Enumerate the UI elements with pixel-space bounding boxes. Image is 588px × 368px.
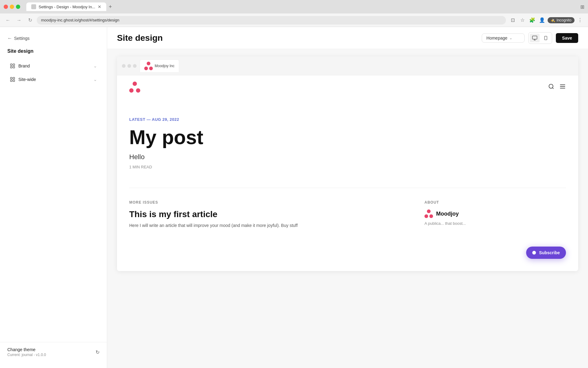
preview-divider: [129, 188, 566, 188]
view-selector-label: Homepage: [486, 36, 507, 40]
svg-rect-5: [13, 77, 15, 79]
svg-rect-4: [10, 77, 12, 79]
tab-title: Settings - Design - Moodjoy In...: [39, 5, 95, 9]
maximize-traffic-light[interactable]: [16, 5, 20, 9]
change-theme[interactable]: Change theme Current: journal - v1.0.0 ↻: [7, 347, 100, 357]
about-logo: Moodjoy: [424, 209, 459, 218]
about-label: ABOUT: [424, 200, 439, 205]
article-title: This is my first article: [129, 209, 412, 219]
preview-nav-right: [548, 83, 566, 91]
more-issues-section: MORE ISSUES This is my first article Her…: [129, 200, 412, 229]
profile-icon[interactable]: 👤: [538, 16, 546, 25]
svg-rect-0: [10, 64, 12, 65]
dropdown-arrow-icon: ⌄: [509, 36, 512, 40]
sidebar-item-site-wide-left: Site-wide: [10, 77, 36, 82]
main-header: Site design Homepage ⌄: [107, 27, 588, 49]
preview-footer-section: MORE ISSUES This is my first article Her…: [117, 194, 578, 235]
page-title: Site design: [117, 33, 163, 43]
sidebar-nav: Brand ⌄ Site-wide ⌄: [0, 59, 107, 86]
mobile-view-button[interactable]: [541, 34, 551, 42]
svg-rect-2: [10, 67, 12, 68]
back-button[interactable]: ←: [4, 16, 12, 25]
post-subtitle: Hello: [129, 153, 566, 161]
back-label: Settings: [14, 36, 30, 41]
incognito-badge: 🕵 Incognito: [548, 17, 575, 23]
grid-icon: [10, 77, 15, 82]
more-issues-label: MORE ISSUES: [129, 200, 412, 205]
preview-tab: Moodjoy Inc: [140, 59, 179, 72]
cast-icon[interactable]: ⊡: [508, 16, 517, 25]
forward-button[interactable]: →: [15, 16, 23, 25]
current-theme-label: Current: journal - v1.0.0: [7, 353, 46, 357]
about-site-name: Moodjoy: [436, 211, 459, 217]
change-theme-title: Change theme: [7, 347, 46, 352]
preview-site: LATEST — AUG 29, 2022 My post Hello 1 MI…: [117, 75, 578, 235]
about-site-desc: A publica... that boost...: [424, 221, 466, 226]
subscribe-dot: [532, 251, 536, 255]
post-tag: LATEST — AUG 29, 2022: [129, 117, 566, 122]
app-layout: ← Settings Site design Brand ⌄: [0, 27, 588, 368]
extensions-icon[interactable]: 🧩: [528, 16, 537, 25]
about-section: ABOUT Moodjoy A publica... that: [424, 200, 566, 229]
preview-tab-label: Moodjoy Inc: [155, 64, 175, 68]
svg-rect-3: [13, 67, 15, 68]
browser-titlebar: Settings - Design - Moodjoy In... ✕ + ⊞: [0, 0, 588, 13]
svg-rect-8: [533, 36, 537, 39]
incognito-icon: 🕵: [551, 18, 555, 22]
preview-dot-1: [122, 64, 126, 68]
svg-point-13: [549, 84, 553, 88]
preview-dot-2: [127, 64, 131, 68]
device-toggle-group: [528, 32, 552, 44]
preview-nav: [117, 75, 578, 99]
main-content: Site design Homepage ⌄: [107, 27, 588, 368]
site-logo: [129, 82, 140, 93]
browser-chrome: Settings - Design - Moodjoy In... ✕ + ⊞ …: [0, 0, 588, 27]
subscribe-label: Subscribe: [539, 250, 560, 255]
back-to-settings[interactable]: ← Settings: [0, 33, 107, 44]
traffic-lights: [4, 5, 20, 9]
reload-button[interactable]: ↻: [26, 16, 34, 25]
incognito-label: Incognito: [556, 18, 571, 22]
menu-icon[interactable]: ⋮: [576, 16, 584, 25]
new-tab-button[interactable]: +: [106, 2, 115, 11]
header-controls: Homepage ⌄ Save: [482, 32, 578, 44]
sidebar-item-site-wide[interactable]: Site-wide ⌄: [2, 73, 104, 86]
sidebar-footer: Change theme Current: journal - v1.0.0 ↻: [0, 342, 107, 362]
address-bar[interactable]: [37, 16, 506, 25]
minimize-traffic-light[interactable]: [10, 5, 14, 9]
toolbar-icons: ⊡ ☆ 🧩 👤 🕵 Incognito ⋮: [508, 16, 584, 25]
preview-area: Moodjoy Inc: [107, 49, 588, 368]
change-theme-text: Change theme Current: journal - v1.0.0: [7, 347, 46, 357]
back-arrow-icon: ←: [7, 36, 12, 41]
view-selector-dropdown[interactable]: Homepage ⌄: [482, 33, 525, 43]
close-traffic-light[interactable]: [4, 5, 8, 9]
about-site-logo: [424, 209, 433, 218]
svg-rect-7: [13, 80, 15, 82]
tab-favicon: [31, 4, 36, 9]
svg-line-14: [552, 87, 554, 89]
edit-icon: [10, 63, 15, 69]
refresh-icon[interactable]: ↻: [96, 349, 100, 355]
sidebar-site-wide-label: Site-wide: [18, 77, 36, 82]
tab-close-button[interactable]: ✕: [98, 4, 101, 9]
browser-toolbar: ← → ↻ ⊡ ☆ 🧩 👤 🕵 Incognito ⋮: [0, 13, 588, 27]
search-icon[interactable]: [548, 83, 554, 91]
preview-wrapper: Moodjoy Inc: [117, 56, 578, 271]
sidebar-brand-label: Brand: [18, 63, 30, 68]
article-excerpt: Here I will write an article that will i…: [129, 222, 412, 229]
save-button[interactable]: Save: [556, 33, 578, 43]
subscribe-widget[interactable]: Subscribe: [526, 247, 566, 259]
site-wide-chevron-icon: ⌄: [93, 77, 97, 82]
svg-rect-1: [13, 64, 15, 65]
tab-bar: Settings - Design - Moodjoy In... ✕ +: [26, 2, 578, 11]
preview-browser-bar: Moodjoy Inc: [117, 56, 578, 75]
brand-chevron-icon: ⌄: [93, 63, 97, 68]
preview-hero: LATEST — AUG 29, 2022 My post Hello 1 MI…: [117, 99, 578, 182]
preview-dot-3: [133, 64, 137, 68]
active-tab[interactable]: Settings - Design - Moodjoy In... ✕: [26, 2, 106, 11]
sidebar-item-brand[interactable]: Brand ⌄: [2, 59, 104, 72]
preview-dots: [122, 64, 137, 68]
hamburger-icon[interactable]: [559, 83, 566, 91]
desktop-view-button[interactable]: [530, 34, 540, 42]
bookmark-icon[interactable]: ☆: [518, 16, 527, 25]
